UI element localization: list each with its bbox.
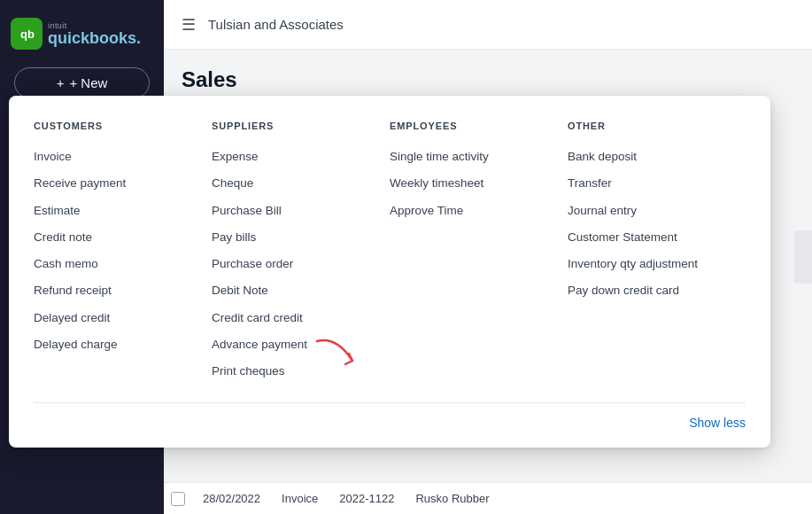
row-checkbox[interactable] bbox=[171, 492, 185, 506]
menu-item-purchase-bill[interactable]: Purchase Bill bbox=[212, 198, 372, 224]
customers-header: CUSTOMERS bbox=[34, 121, 194, 131]
dropdown-columns: CUSTOMERS Invoice Receive payment Estima… bbox=[34, 121, 746, 385]
scrollbar[interactable] bbox=[794, 230, 812, 284]
plus-icon: + bbox=[57, 75, 65, 90]
menu-item-customer-statement[interactable]: Customer Statement bbox=[568, 224, 728, 251]
menu-item-credit-note[interactable]: Credit note bbox=[34, 224, 194, 251]
svg-text:qb: qb bbox=[20, 27, 35, 41]
other-column: OTHER Bank deposit Transfer Journal entr… bbox=[568, 121, 746, 385]
other-header: OTHER bbox=[568, 121, 728, 131]
company-name: Tulsian and Associates bbox=[208, 17, 344, 32]
menu-item-estimate[interactable]: Estimate bbox=[34, 198, 194, 224]
menu-item-cheque[interactable]: Cheque bbox=[212, 170, 372, 197]
menu-item-receive-payment[interactable]: Receive payment bbox=[34, 170, 194, 197]
employees-column: EMPLOYEES Single time activity Weekly ti… bbox=[390, 121, 568, 385]
menu-item-refund-receipt[interactable]: Refund receipt bbox=[34, 277, 194, 304]
menu-item-print-cheques[interactable]: Print cheques bbox=[212, 358, 372, 385]
menu-item-pay-bills[interactable]: Pay bills bbox=[212, 224, 372, 251]
menu-item-expense[interactable]: Expense bbox=[212, 144, 372, 170]
menu-item-invoice[interactable]: Invoice bbox=[34, 144, 194, 170]
suppliers-column: SUPPLIERS Expense Cheque Purchase Bill P… bbox=[212, 121, 390, 385]
menu-item-approve-time[interactable]: Approve Time bbox=[390, 198, 550, 224]
menu-item-cash-memo[interactable]: Cash memo bbox=[34, 251, 194, 277]
page-title: Sales bbox=[182, 67, 794, 92]
row-type: Invoice bbox=[271, 492, 329, 505]
bottom-table-row: 28/02/2022 Invoice 2022-1122 Rusko Rubbe… bbox=[164, 482, 812, 514]
hamburger-icon[interactable]: ☰ bbox=[182, 15, 196, 35]
menu-item-debit-note[interactable]: Debit Note bbox=[212, 277, 372, 304]
menu-item-delayed-charge[interactable]: Delayed charge bbox=[34, 331, 194, 358]
menu-item-advance-payment[interactable]: Advance payment bbox=[212, 331, 372, 358]
menu-item-delayed-credit[interactable]: Delayed credit bbox=[34, 305, 194, 331]
menu-item-inventory-qty[interactable]: Inventory qty adjustment bbox=[568, 251, 728, 277]
customers-column: CUSTOMERS Invoice Receive payment Estima… bbox=[34, 121, 212, 385]
menu-item-weekly-timesheet[interactable]: Weekly timesheet bbox=[390, 170, 550, 197]
row-number: 2022-1122 bbox=[329, 492, 405, 505]
show-less-button[interactable]: Show less bbox=[689, 416, 746, 430]
menu-item-purchase-order[interactable]: Purchase order bbox=[212, 251, 372, 277]
logo-area: qb intuit quickbooks. bbox=[0, 11, 155, 64]
new-button[interactable]: + + New bbox=[14, 67, 150, 98]
row-customer: Rusko Rubber bbox=[405, 492, 499, 505]
dropdown-footer: Show less bbox=[34, 402, 746, 430]
app-name: intuit quickbooks. bbox=[48, 22, 141, 46]
suppliers-header: SUPPLIERS bbox=[212, 121, 372, 131]
employees-header: EMPLOYEES bbox=[390, 121, 550, 131]
new-button-label: + New bbox=[69, 75, 107, 90]
menu-item-credit-card-credit[interactable]: Credit card credit bbox=[212, 305, 372, 331]
header: ☰ Tulsian and Associates bbox=[164, 0, 812, 50]
menu-item-transfer[interactable]: Transfer bbox=[568, 170, 728, 197]
new-dropdown: CUSTOMERS Invoice Receive payment Estima… bbox=[9, 96, 770, 448]
row-date: 28/02/2022 bbox=[192, 492, 271, 505]
menu-item-journal-entry[interactable]: Journal entry bbox=[568, 198, 728, 224]
quickbooks-logo: qb bbox=[11, 18, 43, 50]
menu-item-bank-deposit[interactable]: Bank deposit bbox=[568, 144, 728, 170]
menu-item-single-time-activity[interactable]: Single time activity bbox=[390, 144, 550, 170]
menu-item-pay-down-credit[interactable]: Pay down credit card bbox=[568, 277, 728, 304]
